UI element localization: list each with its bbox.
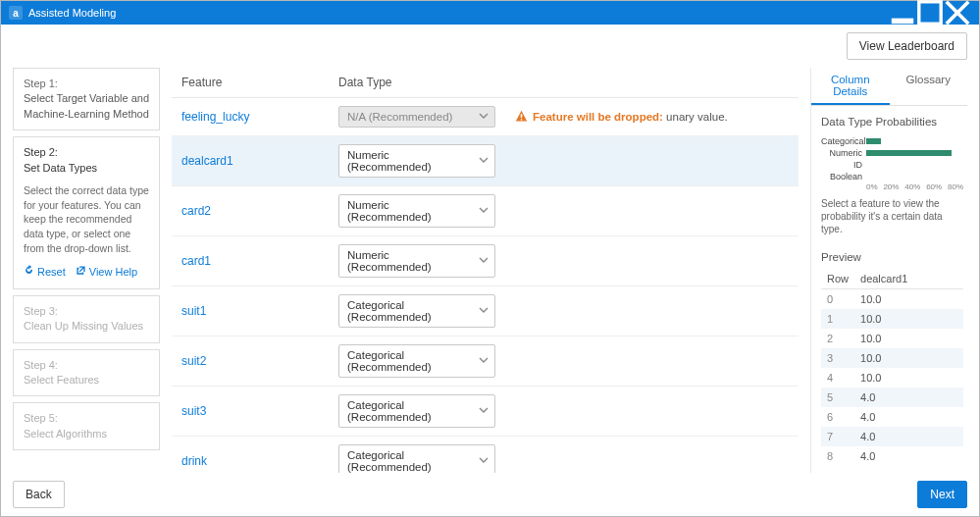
preview-row-value: 10.0 [854,289,963,310]
preview-row: 010.0 [821,289,963,310]
app-icon: a [9,6,23,20]
data-type-select-value: Categorical (Recommended) [347,299,475,323]
preview-row-value: 10.0 [854,309,963,329]
feature-name-link[interactable]: suit1 [181,304,206,318]
svg-rect-0 [892,19,913,25]
feature-name-link[interactable]: drink [181,454,207,468]
preview-row-index: 0 [821,289,854,310]
data-type-select[interactable]: Categorical (Recommended) [338,394,495,428]
feature-name-link[interactable]: card1 [181,254,211,268]
feature-name-link[interactable]: card2 [181,204,211,218]
prob-bar-label: Boolean [821,172,866,181]
table-row[interactable]: suit2Categorical (Recommended) [172,336,799,387]
right-panel-scroll[interactable]: Data Type Probabilities CategoricalNumer… [811,106,967,473]
tab-column-details[interactable]: Column Details [811,68,890,105]
next-button[interactable]: Next [917,481,967,508]
table-row[interactable]: feeling_luckyN/A (Recommended)Feature wi… [172,98,799,136]
warning-icon [515,110,528,125]
preview-row-index: 4 [821,368,854,388]
preview-row-value: 4.0 [854,407,963,427]
feature-name-link[interactable]: suit3 [181,404,206,418]
view-leaderboard-button[interactable]: View Leaderboard [847,32,967,60]
preview-row: 54.0 [821,388,963,407]
table-row[interactable]: card2Numeric (Recommended) [172,186,799,236]
chevron-down-icon [479,405,489,417]
external-link-icon [76,265,86,280]
window-title: Assisted Modeling [28,7,889,19]
data-type-select[interactable]: Numeric (Recommended) [338,194,495,228]
window-controls [889,1,971,25]
wizard-step-5-label: Step 5: [24,411,149,426]
view-help-link-label: View Help [89,265,137,280]
preview-col-row[interactable]: Row [821,269,854,289]
prob-axis-tick: 60% [926,182,942,191]
data-type-select-value: N/A (Recommended) [347,111,452,123]
data-type-select-value: Categorical (Recommended) [347,449,475,473]
wizard-step-2-label: Step 2: [24,145,149,160]
app-window: a Assisted Modeling View Leaderboard Ste… [0,0,980,517]
prob-bar-row: Categorical [821,135,963,147]
wizard-step-1[interactable]: Step 1: Select Target Variable and Machi… [13,68,160,130]
wizard-step-3-title: Clean Up Missing Values [24,319,149,334]
feature-name-link[interactable]: feeling_lucky [181,110,249,124]
bottom-bar: Back Next [1,473,979,516]
table-row[interactable]: drinkCategorical (Recommended) [172,437,799,474]
preview-row-index: 8 [821,446,854,466]
table-row[interactable]: card1Numeric (Recommended) [172,236,799,286]
top-action-bar: View Leaderboard [1,25,979,68]
preview-row-index: 2 [821,329,854,348]
right-panel: Column Details Glossary Data Type Probab… [810,68,967,473]
title-bar: a Assisted Modeling [1,1,979,25]
wizard-step-2-desc: Select the correct data type for your fe… [24,183,149,255]
preview-row: 74.0 [821,427,963,446]
view-help-link[interactable]: View Help [76,265,137,280]
col-header-dtype[interactable]: Data Type [329,68,505,98]
feature-name-link[interactable]: suit2 [181,354,206,368]
prob-axis-tick: 40% [904,182,920,191]
prob-bar [866,138,881,144]
reset-icon [24,265,34,280]
wizard-step-5-title: Select Algorithms [24,427,149,441]
table-row[interactable]: dealcard1Numeric (Recommended) [172,136,799,186]
wizard-step-5[interactable]: Step 5: Select Algorithms [13,402,160,450]
wizard-step-3[interactable]: Step 3: Clean Up Missing Values [13,295,160,343]
window-minimize-button[interactable] [889,1,916,25]
right-panel-tabs: Column Details Glossary [811,68,967,106]
wizard-step-4[interactable]: Step 4: Select Features [13,349,160,397]
prob-bar-track [866,173,963,181]
back-button[interactable]: Back [13,481,65,508]
data-type-select-value: Numeric (Recommended) [347,199,475,223]
data-type-select[interactable]: Numeric (Recommended) [338,244,495,278]
prob-axis-tick: 0% [866,182,878,191]
window-maximize-button[interactable] [916,1,944,25]
preview-row-index: 5 [821,388,854,407]
feature-name-link[interactable]: dealcard1 [181,154,233,168]
data-type-select-value: Numeric (Recommended) [347,149,475,173]
tab-glossary[interactable]: Glossary [890,68,968,105]
chevron-down-icon [479,455,489,467]
col-header-feature[interactable]: Feature [172,68,329,98]
preview-row: 210.0 [821,329,963,348]
wizard-step-2[interactable]: Step 2: Set Data Types Select the correc… [13,136,160,289]
data-type-select[interactable]: Categorical (Recommended) [338,344,495,378]
data-type-select[interactable]: Categorical (Recommended) [338,444,495,473]
probabilities-title: Data Type Probabilities [821,116,963,128]
prob-bar-label: Categorical [821,136,866,146]
table-row[interactable]: suit3Categorical (Recommended) [172,387,799,437]
data-type-select[interactable]: Numeric (Recommended) [338,144,495,178]
reset-link[interactable]: Reset [24,265,66,280]
wizard-step-3-label: Step 3: [24,304,149,319]
prob-bar-track [866,161,963,169]
table-row[interactable]: suit1Categorical (Recommended) [172,286,799,336]
data-type-select[interactable]: Categorical (Recommended) [338,294,495,328]
window-close-button[interactable] [944,1,971,25]
preview-row-value: 10.0 [854,368,963,388]
wizard-step-4-label: Step 4: [24,358,149,373]
chevron-down-icon [479,155,489,167]
wizard-step-2-title: Set Data Types [24,161,149,176]
wizard-steps: Step 1: Select Target Variable and Machi… [13,68,160,473]
preview-col-val[interactable]: dealcard1 [854,269,963,289]
data-type-select-value: Categorical (Recommended) [347,349,475,373]
data-type-select: N/A (Recommended) [338,106,495,128]
preview-row-value: 4.0 [854,446,963,466]
